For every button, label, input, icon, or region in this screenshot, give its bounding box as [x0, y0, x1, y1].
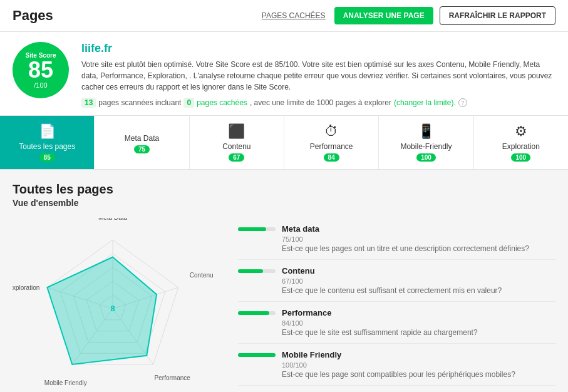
metric-header-2: Performance — [238, 308, 555, 317]
pages-count2: 0 — [183, 98, 194, 108]
tab-badge-contenu: 67 — [229, 153, 244, 162]
tab-label-exploration: Exploration — [502, 142, 540, 151]
tab-contenu[interactable]: ⬛ Contenu 67 — [190, 116, 284, 169]
score-info: liife.fr Votre site est plutôt bien opti… — [81, 42, 555, 108]
metric-header-1: Contenu — [238, 266, 555, 276]
tab-badge-exploration: 100 — [511, 153, 530, 162]
metric-score-3: 100/100 — [282, 361, 555, 369]
metric-item-0: Meta data 75/100 Est-ce que les pages on… — [238, 218, 555, 260]
metric-desc-0: Est-ce que les pages ont un titre et une… — [282, 244, 555, 253]
tab-label-toutes: Toutes les pages — [19, 142, 75, 151]
hidden-pages-button[interactable]: PAGES CACHÉES — [259, 11, 328, 20]
tab-icon-toutes: 📄 — [39, 123, 56, 140]
change-limit-link[interactable]: (changer la limite). — [394, 98, 456, 107]
tab-badge-performance: 84 — [324, 153, 339, 162]
metric-bar-0 — [238, 227, 266, 231]
svg-text:8: 8 — [110, 304, 115, 313]
metric-desc-2: Est-ce que le site est suffisamment rapi… — [282, 328, 555, 337]
top-bar: Pages PAGES CACHÉES ANALYSER UNE PAGE RA… — [0, 0, 568, 32]
hidden-pages-link[interactable]: pages cachées — [197, 98, 247, 107]
metric-header-3: Mobile Friendly — [238, 350, 555, 359]
metric-item-2: Performance 84/100 Est-ce que le site es… — [238, 302, 555, 344]
domain-name: liife.fr — [81, 42, 555, 55]
metric-bar-wrap-2 — [238, 311, 276, 315]
tabs-row: 📄 Toutes les pages 85 Meta Data 75 ⬛ Con… — [0, 116, 568, 170]
score-circle: Site Score 85 /100 — [13, 42, 69, 98]
radar-svg: Meta DataContenuPerformanceMobile Friend… — [13, 218, 213, 392]
tab-label-mobile: Mobile-Friendly — [400, 142, 452, 151]
tab-performance[interactable]: ⏱ Performance 84 — [284, 116, 379, 169]
tab-badge-mobile: 100 — [416, 153, 436, 162]
score-section: Site Score 85 /100 liife.fr Votre site e… — [0, 32, 568, 116]
metric-score-1: 67/100 — [282, 277, 555, 285]
metric-item-1: Contenu 67/100 Est-ce que le contenu est… — [238, 260, 555, 302]
pages-text3: , avec une limite de 1000 pages à explor… — [250, 98, 391, 107]
metric-bar-wrap-0 — [238, 227, 276, 231]
metric-bar-wrap-1 — [238, 269, 276, 273]
overview-grid: Meta DataContenuPerformanceMobile Friend… — [13, 218, 555, 392]
metric-name-3: Mobile Friendly — [282, 350, 341, 359]
metrics-list: Meta data 75/100 Est-ce que les pages on… — [238, 218, 555, 392]
pages-info: 13 pages scannées incluant 0 pages caché… — [81, 98, 555, 108]
metric-score-0: 75/100 — [282, 235, 555, 243]
metric-name-0: Meta data — [282, 224, 319, 234]
svg-text:Meta Data: Meta Data — [98, 218, 128, 221]
metric-name-1: Contenu — [282, 266, 315, 276]
svg-text:Performance: Performance — [155, 374, 191, 381]
tab-badge-toutes: 85 — [39, 153, 55, 162]
score-number: 85 — [28, 59, 53, 81]
metric-bar-2 — [238, 311, 269, 315]
tab-icon-mobile: 📱 — [418, 123, 435, 140]
page-title: Pages — [13, 8, 53, 24]
radar-chart-container: Meta DataContenuPerformanceMobile Friend… — [13, 218, 225, 392]
tab-icon-performance: ⏱ — [324, 123, 338, 140]
metric-header-0: Meta data — [238, 224, 555, 234]
analyze-page-button[interactable]: ANALYSER UNE PAGE — [334, 7, 433, 24]
metric-name-2: Performance — [282, 308, 331, 317]
top-actions: PAGES CACHÉES ANALYSER UNE PAGE RAFRAÎCH… — [259, 6, 555, 25]
metric-bar-1 — [238, 269, 263, 273]
metric-item-3: Mobile Friendly 100/100 Est-ce que les p… — [238, 344, 555, 386]
pages-text1: pages scannées incluant — [98, 98, 181, 107]
metric-bar-wrap-3 — [238, 353, 276, 357]
refresh-report-button[interactable]: RAFRAÎCHIR LE RAPPORT — [440, 6, 555, 25]
tab-label-performance: Performance — [310, 142, 353, 151]
help-icon[interactable]: ? — [458, 98, 467, 107]
tab-icon-contenu: ⬛ — [228, 123, 245, 140]
score-denom: /100 — [34, 81, 47, 89]
tab-metadata[interactable]: Meta Data 75 — [95, 116, 189, 169]
section-title: Toutes les pages — [13, 182, 555, 197]
tab-exploration[interactable]: ⚙ Exploration 100 — [474, 116, 568, 169]
main-content: Toutes les pages Vue d'ensemble Meta Dat… — [0, 170, 568, 392]
tab-mobile[interactable]: 📱 Mobile-Friendly 100 — [379, 116, 473, 169]
metric-desc-3: Est-ce que les page sont compatibles pou… — [282, 370, 555, 379]
svg-text:Mobile Friendly: Mobile Friendly — [44, 379, 87, 386]
pages-count: 13 — [81, 98, 96, 108]
svg-text:Contenu: Contenu — [190, 272, 213, 279]
metric-bar-3 — [238, 353, 276, 357]
tab-icon-exploration: ⚙ — [515, 123, 527, 140]
metric-item-4: Exploration 100/100 Est-ce que Google pe… — [238, 386, 555, 392]
svg-text:Exploration: Exploration — [13, 284, 39, 291]
tab-label-metadata: Meta Data — [125, 134, 159, 143]
tab-label-contenu: Contenu — [222, 142, 250, 151]
tab-toutes[interactable]: 📄 Toutes les pages 85 — [0, 116, 95, 169]
section-subtitle: Vue d'ensemble — [13, 198, 555, 208]
score-description: Votre site est plutôt bien optimisé. Vot… — [81, 59, 555, 93]
metric-score-2: 84/100 — [282, 319, 555, 327]
tab-badge-metadata: 75 — [134, 145, 150, 153]
metric-desc-1: Est-ce que le contenu est suffisant et c… — [282, 286, 555, 295]
